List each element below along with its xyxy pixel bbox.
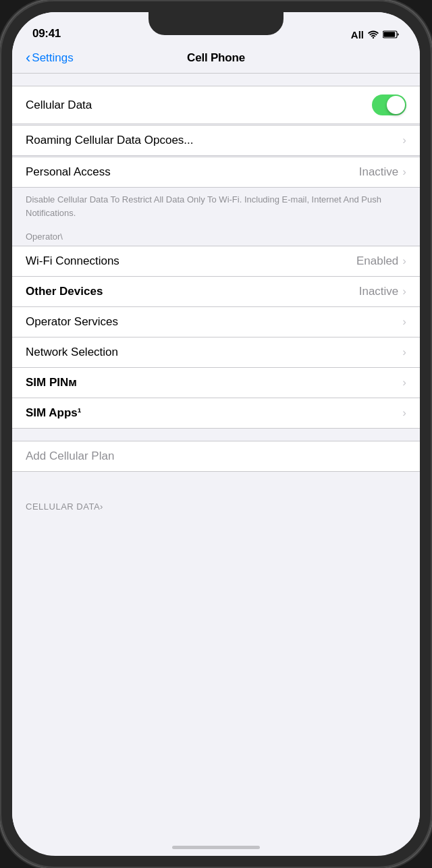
toggle-thumb (387, 96, 405, 114)
cellular-data-toggle[interactable] (372, 94, 406, 115)
top-gap (12, 74, 420, 86)
phone-frame: 09:41 All (0, 0, 432, 868)
network-selection-chevron-icon: › (402, 346, 406, 359)
content-area: Cellular Data Roaming Cellular Data Opco… (12, 74, 420, 843)
home-indicator (172, 846, 260, 849)
back-chevron-icon: ‹ (26, 51, 30, 65)
page-title: Cell Phone (187, 51, 245, 65)
add-cellular-plan-label: Add Cellular Plan (26, 450, 114, 463)
wifi-connections-right: Enabled › (356, 254, 406, 268)
other-devices-value: Inactive (359, 285, 399, 298)
sim-apps-row[interactable]: SIM Apps¹ › (12, 398, 420, 428)
add-cellular-plan-row[interactable]: Add Cellular Plan (12, 441, 420, 471)
svg-rect-2 (383, 32, 395, 37)
other-devices-chevron-icon: › (402, 285, 406, 298)
other-devices-label: Other Devices (26, 285, 103, 298)
operator-text: Operator\ (26, 232, 63, 242)
sim-apps-label: SIM Apps¹ (26, 406, 81, 420)
gap5 (12, 484, 420, 496)
wifi-connections-value: Enabled (356, 254, 398, 268)
phone-screen: 09:41 All (12, 12, 420, 856)
roaming-chevron-icon: › (402, 134, 406, 147)
personal-access-group: Personal Access Inactive › (12, 157, 420, 188)
wifi-connections-chevron-icon: › (402, 254, 406, 268)
notch (148, 12, 284, 35)
sim-apps-right: › (402, 406, 406, 420)
network-selection-right: › (402, 346, 406, 359)
sim-apps-chevron-icon: › (402, 406, 406, 420)
sim-pin-right: › (402, 376, 406, 389)
roaming-row[interactable]: Roaming Cellular Data Opcoes... › (12, 126, 420, 155)
bottom-section-label: CELLULAR DATA› (12, 496, 420, 514)
signal-text: All (351, 29, 364, 40)
operator-label: Operator\ (12, 227, 420, 246)
cellular-data-label: Cellular Data (26, 99, 92, 112)
nav-bar: ‹ Settings Cell Phone (12, 46, 420, 74)
roaming-label: Roaming Cellular Data Opcoes... (26, 134, 194, 147)
operator-services-row[interactable]: Operator Services › (12, 307, 420, 337)
gap3 (12, 429, 420, 441)
roaming-group: Roaming Cellular Data Opcoes... › (12, 125, 420, 156)
personal-access-label: Personal Access (26, 165, 111, 179)
sim-pin-chevron-icon: › (402, 376, 406, 389)
back-button[interactable]: ‹ Settings (26, 51, 74, 65)
bottom-section-text: CELLULAR DATA› (26, 501, 103, 512)
cellular-data-group: Cellular Data (12, 86, 420, 124)
operator-services-chevron-icon: › (402, 315, 406, 329)
status-time: 09:41 (32, 27, 61, 40)
operator-services-label: Operator Services (26, 315, 118, 329)
svg-point-0 (373, 37, 374, 38)
operator-services-right: › (402, 315, 406, 329)
sim-pin-row[interactable]: SIM PINм › (12, 368, 420, 398)
other-devices-row[interactable]: Other Devices Inactive › (12, 277, 420, 307)
personal-access-chevron-icon: › (402, 165, 406, 179)
gap-bottom (12, 514, 420, 548)
gap4 (12, 472, 420, 484)
wifi-icon (368, 29, 379, 40)
footer-text: Disable Cellular Data To Restrict All Da… (26, 194, 381, 218)
back-label: Settings (32, 51, 73, 65)
other-devices-right: Inactive › (359, 285, 406, 298)
operator-group: Wi-Fi Connections Enabled › Other Device… (12, 246, 420, 429)
cellular-data-row[interactable]: Cellular Data (12, 86, 420, 124)
personal-access-right: Inactive › (359, 165, 406, 179)
cellular-data-footer: Disable Cellular Data To Restrict All Da… (12, 188, 420, 227)
sim-pin-label: SIM PINм (26, 376, 77, 389)
roaming-right: › (402, 134, 406, 147)
add-plan-group: Add Cellular Plan (12, 441, 420, 472)
wifi-connections-row[interactable]: Wi-Fi Connections Enabled › (12, 246, 420, 277)
battery-icon (383, 29, 400, 40)
personal-access-value: Inactive (359, 165, 399, 179)
network-selection-label: Network Selection (26, 346, 118, 359)
personal-access-row[interactable]: Personal Access Inactive › (12, 157, 420, 187)
wifi-connections-label: Wi-Fi Connections (26, 254, 119, 268)
network-selection-row[interactable]: Network Selection › (12, 337, 420, 368)
status-icons: All (351, 29, 400, 40)
